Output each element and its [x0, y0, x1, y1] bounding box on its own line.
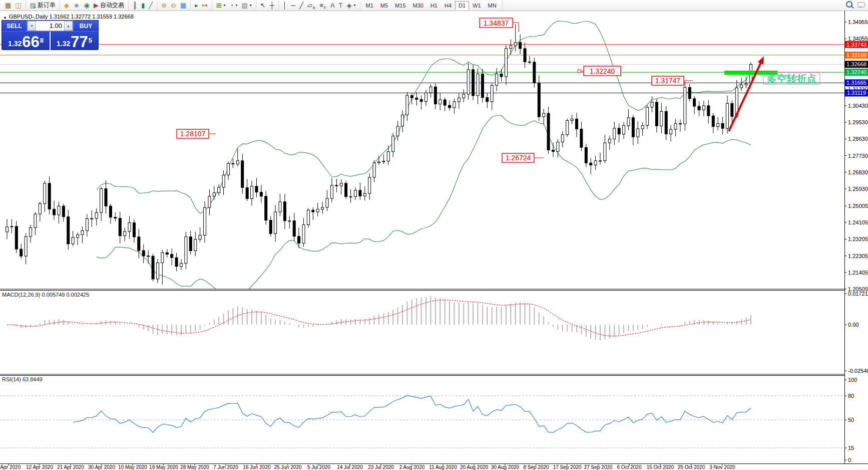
- candlestick-chart-icon: ▮: [141, 1, 145, 10]
- search-icon[interactable]: [846, 1, 852, 8]
- toolbar-group: ▦◫: [1, 1, 26, 11]
- toolbar-group: ▤+新订单: [26, 1, 60, 11]
- tile-windows-icon: ▦: [180, 1, 186, 10]
- templates-icon[interactable]: ▧▾: [239, 1, 253, 11]
- volume-increase-button[interactable]: ▴: [64, 21, 73, 31]
- sell-button[interactable]: SELL: [2, 21, 27, 31]
- chart-ohlc-title: ▲GBPUSD-,Daily 1.31662 1.32772 1.31559 1…: [3, 14, 134, 20]
- ohlc-title-text: GBPUSD-,Daily 1.31662 1.32772 1.31559 1.…: [9, 14, 134, 20]
- price-annotation-text: 1.32240: [590, 67, 615, 75]
- crosshair-icon[interactable]: ┼: [268, 1, 276, 11]
- label-icon[interactable]: T: [337, 1, 345, 11]
- price-annotation-text: 1.28107: [180, 130, 206, 138]
- signals-icon[interactable]: ◉: [82, 1, 92, 11]
- sell-price[interactable]: 1.32668: [2, 32, 51, 50]
- text-note[interactable]: 多空转折点: [767, 73, 817, 84]
- price-badge-text: 1.33169: [846, 52, 866, 58]
- styler-icon[interactable]: ◆: [62, 1, 71, 11]
- chart-profiles-icon[interactable]: ◫: [13, 1, 23, 11]
- hline-icon[interactable]: ─: [289, 1, 297, 11]
- shapes-icon: ◈: [347, 1, 352, 10]
- fibonacci-icon-sub: F: [324, 6, 326, 10]
- svg-text:10 May 2020: 10 May 2020: [118, 464, 147, 470]
- volume-decrease-button[interactable]: ▾: [28, 21, 36, 31]
- buy-price-sup: 5: [89, 38, 92, 43]
- line-chart-icon[interactable]: ╱: [147, 1, 155, 11]
- periods-icon[interactable]: ◔▾: [228, 1, 240, 11]
- svg-text:28 May 2020: 28 May 2020: [180, 464, 209, 470]
- price-badge-text: 1.32240: [846, 69, 866, 75]
- community-icon[interactable]: ☻: [71, 1, 82, 11]
- hline-icon: ─: [291, 1, 295, 10]
- chat-icon[interactable]: [857, 2, 865, 8]
- vline-icon[interactable]: │: [281, 1, 289, 11]
- svg-text:5 Jul 2020: 5 Jul 2020: [307, 464, 331, 470]
- svg-text:1 Apr 2020: 1 Apr 2020: [0, 464, 21, 470]
- indicators-icon[interactable]: ⊞▾: [214, 1, 228, 11]
- svg-text:17 Sep 2020: 17 Sep 2020: [553, 464, 582, 470]
- tile-windows-icon[interactable]: ▦: [178, 1, 188, 11]
- templates-icon: ▧: [241, 1, 247, 10]
- chevron-down-icon[interactable]: ▾: [354, 3, 356, 8]
- fibonacci-icon[interactable]: ≡F: [317, 1, 328, 11]
- autotrading-icon[interactable]: ▶自动交易: [92, 1, 126, 11]
- trendline-icon[interactable]: ╱: [297, 1, 305, 11]
- sell-price-big: 66: [22, 35, 39, 49]
- text-icon[interactable]: A: [328, 1, 337, 11]
- svg-text:0: 0: [848, 457, 851, 463]
- timeframe-m30[interactable]: M30: [409, 1, 427, 10]
- chevron-down-icon[interactable]: ▾: [250, 3, 252, 8]
- new-chart-icon[interactable]: ▦: [3, 1, 13, 11]
- autotrading-icon: ▶: [94, 1, 99, 10]
- channel-icon[interactable]: ▱E: [305, 1, 317, 11]
- svg-text:25 Jun 2020: 25 Jun 2020: [274, 464, 301, 470]
- volume-stepper: ▾ ▴: [27, 21, 73, 31]
- timeframe-h4[interactable]: H4: [441, 1, 455, 10]
- price-annotation-text: 1.31747: [655, 77, 681, 85]
- zoom-out-icon[interactable]: ⊖: [169, 1, 178, 11]
- bar-chart-icon: ║: [133, 1, 137, 10]
- shapes-icon[interactable]: ◈▾: [345, 1, 358, 11]
- auto-scroll-icon[interactable]: ▸: [193, 1, 200, 11]
- timeframe-m15[interactable]: M15: [391, 1, 409, 10]
- svg-text:1.23205: 1.23205: [848, 236, 868, 242]
- trendline-icon: ╱: [299, 1, 303, 10]
- candlestick-chart-icon[interactable]: ▮: [139, 1, 147, 11]
- buy-button[interactable]: BUY: [73, 21, 98, 31]
- price-label-anchor: [578, 70, 581, 73]
- timeframe-w1[interactable]: W1: [469, 1, 485, 10]
- price-chart-canvas[interactable]: 多空转折点1.348371.322401.317471.281071.26724…: [0, 11, 868, 470]
- time-axis-labels: 1 Apr 202012 Apr 202021 Apr 202030 Apr 2…: [0, 463, 735, 470]
- chevron-down-icon[interactable]: ▾: [235, 3, 237, 8]
- svg-text:30 Aug 2020: 30 Aug 2020: [491, 464, 520, 470]
- buy-price[interactable]: 1.32775: [51, 32, 98, 50]
- svg-text:25 Oct 2020: 25 Oct 2020: [678, 464, 705, 470]
- timeframe-h1[interactable]: H1: [427, 1, 441, 10]
- volume-input[interactable]: [36, 21, 64, 31]
- channel-icon: ▱: [307, 1, 312, 10]
- svg-text:12 Apr 2020: 12 Apr 2020: [26, 464, 53, 470]
- svg-text:20 Aug 2020: 20 Aug 2020: [460, 464, 489, 470]
- svg-text:1.26830: 1.26830: [848, 169, 868, 175]
- cursor-icon[interactable]: ↖: [258, 1, 268, 11]
- collapse-panel-icon[interactable]: ▲: [3, 15, 7, 20]
- timeframe-m1[interactable]: M1: [362, 1, 377, 10]
- toolbar-group: ║▮╱: [129, 1, 157, 11]
- zoom-in-icon[interactable]: ⊕: [159, 1, 169, 11]
- svg-text:2 Aug 2020: 2 Aug 2020: [399, 464, 425, 470]
- timeframe-mn[interactable]: MN: [485, 1, 500, 10]
- styler-icon: ◆: [64, 1, 69, 10]
- svg-text:1.25930: 1.25930: [848, 186, 868, 192]
- svg-text:7 Jun 2020: 7 Jun 2020: [213, 464, 238, 470]
- label-icon: T: [339, 1, 343, 10]
- mt4-terminal: ▦◫▤+新订单◆☻◉▶自动交易║▮╱⊕⊖▦▸↦⊞▾◔▾▧▾↖┼│─╱▱E≡FAT…: [0, 0, 868, 470]
- svg-text:19 May 2020: 19 May 2020: [149, 464, 178, 470]
- chart-shift-icon[interactable]: ↦: [200, 1, 210, 11]
- chevron-down-icon[interactable]: ▾: [224, 3, 226, 8]
- svg-text:1.34955: 1.34955: [848, 19, 868, 25]
- new-order-icon[interactable]: ▤+新订单: [28, 1, 58, 11]
- toolbar-group: ⊕⊖▦: [157, 1, 191, 11]
- timeframe-d1[interactable]: D1: [455, 1, 469, 10]
- timeframe-m5[interactable]: M5: [377, 1, 391, 10]
- bar-chart-icon[interactable]: ║: [131, 1, 139, 11]
